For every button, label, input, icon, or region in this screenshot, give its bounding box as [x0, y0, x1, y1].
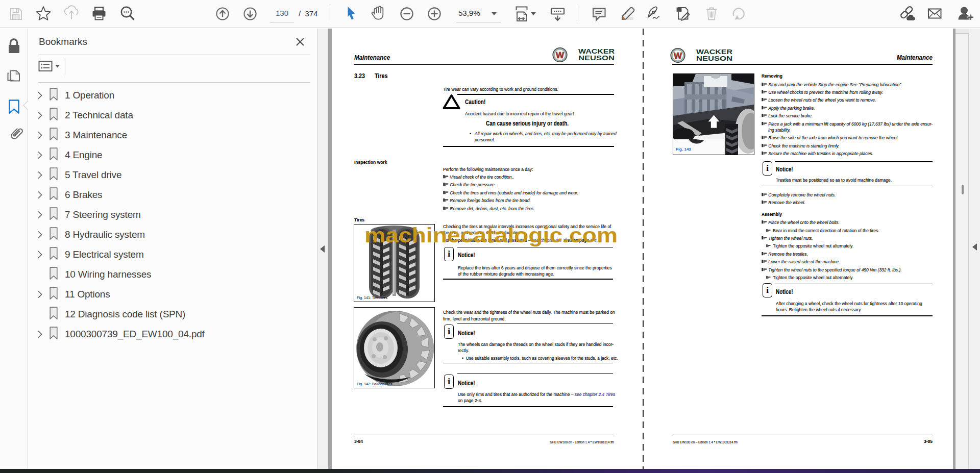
svg-text:Fig. 142: Balloon tires: Fig. 142: Balloon tires [357, 382, 393, 386]
svg-text:NEUSON: NEUSON [578, 54, 615, 62]
svg-text:Fig. 141: Twin tires: Fig. 141: Twin tires [357, 295, 388, 300]
svg-text:Fig. 143: Fig. 143 [676, 147, 691, 152]
svg-text:W: W [674, 51, 682, 61]
svg-text:NEUSON: NEUSON [696, 55, 732, 62]
svg-text:W: W [556, 51, 565, 60]
